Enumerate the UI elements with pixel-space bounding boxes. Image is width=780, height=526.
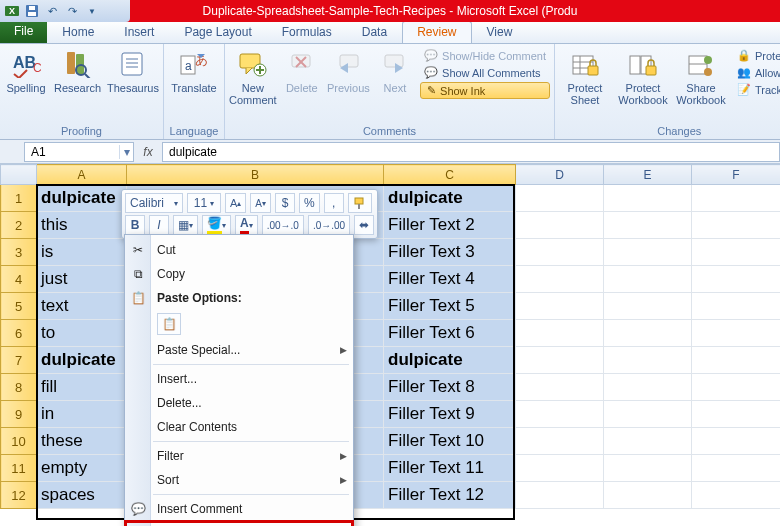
cell[interactable]: fill — [37, 374, 127, 401]
cell[interactable] — [516, 482, 604, 509]
share-workbook-button[interactable]: Share Workbook — [675, 46, 727, 118]
cell[interactable] — [516, 212, 604, 239]
tab-view[interactable]: View — [472, 21, 528, 43]
cell[interactable] — [604, 482, 692, 509]
cm-clear-contents[interactable]: Clear Contents — [125, 415, 353, 439]
mini-bold-button[interactable]: B — [125, 215, 145, 235]
cm-insert-comment[interactable]: 💬Insert Comment — [125, 497, 353, 521]
fx-icon[interactable]: fx — [138, 145, 158, 159]
cell[interactable] — [516, 401, 604, 428]
row-header[interactable]: 3 — [1, 239, 37, 266]
cell[interactable]: Filler Text 5 — [384, 293, 516, 320]
row-header[interactable]: 7 — [1, 347, 37, 374]
row-header[interactable]: 2 — [1, 212, 37, 239]
tab-home[interactable]: Home — [47, 21, 109, 43]
track-changes-button[interactable]: 📝Track Cl — [733, 82, 780, 97]
mini-format-painter-icon[interactable] — [348, 193, 372, 213]
cell[interactable] — [692, 266, 781, 293]
mini-decrease-decimal-button[interactable]: .00→.0 — [262, 215, 304, 235]
tab-insert[interactable]: Insert — [109, 21, 169, 43]
research-button[interactable]: Research — [54, 46, 101, 118]
show-ink-button[interactable]: ✎Show Ink — [420, 82, 550, 99]
cell[interactable]: these — [37, 428, 127, 455]
translate-button[interactable]: aあ Translate — [168, 46, 220, 118]
col-header-b[interactable]: B — [127, 165, 384, 185]
mini-shrink-font-button[interactable]: A▾ — [250, 193, 271, 213]
cell[interactable] — [516, 374, 604, 401]
mini-increase-decimal-button[interactable]: .0→.00 — [308, 215, 350, 235]
redo-icon[interactable]: ↷ — [64, 3, 80, 19]
mini-currency-button[interactable]: $ — [275, 193, 295, 213]
cm-insert[interactable]: Insert... — [125, 367, 353, 391]
cell[interactable]: is — [37, 239, 127, 266]
cell[interactable]: dulpicate — [37, 347, 127, 374]
namebox-dropdown-icon[interactable]: ▾ — [119, 145, 133, 159]
tab-data[interactable]: Data — [347, 21, 402, 43]
mini-percent-button[interactable]: % — [299, 193, 320, 213]
spelling-button[interactable]: ABC Spelling — [4, 46, 48, 118]
cell[interactable] — [516, 347, 604, 374]
mini-border-button[interactable]: ▦▾ — [173, 215, 198, 235]
cell[interactable] — [692, 374, 781, 401]
cell[interactable] — [604, 347, 692, 374]
mini-font-color-button[interactable]: A▾ — [235, 215, 258, 235]
tab-review[interactable]: Review — [402, 21, 471, 43]
cell[interactable] — [692, 347, 781, 374]
row-header[interactable]: 10 — [1, 428, 37, 455]
formula-input[interactable]: dulpicate — [162, 142, 780, 162]
delete-comment-button[interactable]: Delete — [283, 46, 321, 118]
cell[interactable] — [604, 239, 692, 266]
cm-sort[interactable]: Sort▶ — [125, 468, 353, 492]
cell[interactable]: empty — [37, 455, 127, 482]
row-header[interactable]: 11 — [1, 455, 37, 482]
cell[interactable] — [692, 212, 781, 239]
protect-sheet-button[interactable]: Protect Sheet — [559, 46, 611, 118]
mini-font-select[interactable]: Calibri▾ — [125, 193, 183, 213]
previous-comment-button[interactable]: Previous — [327, 46, 370, 118]
cell[interactable]: Filler Text 11 — [384, 455, 516, 482]
row-header[interactable]: 1 — [1, 185, 37, 212]
show-hide-comment-button[interactable]: 💬Show/Hide Comment — [420, 48, 550, 63]
cell[interactable]: spaces — [37, 482, 127, 509]
mini-grow-font-button[interactable]: A▴ — [225, 193, 246, 213]
cell[interactable]: dulpicate — [384, 347, 516, 374]
show-all-comments-button[interactable]: 💬Show All Comments — [420, 65, 550, 80]
cell[interactable] — [604, 374, 692, 401]
save-icon[interactable] — [24, 3, 40, 19]
protect-share-button[interactable]: 🔒Protect — [733, 48, 780, 63]
cell[interactable] — [692, 401, 781, 428]
col-header-d[interactable]: D — [516, 165, 604, 185]
cell[interactable]: to — [37, 320, 127, 347]
new-comment-button[interactable]: New Comment — [229, 46, 277, 118]
cell[interactable]: Filler Text 12 — [384, 482, 516, 509]
cm-cut[interactable]: ✂Cut — [125, 238, 353, 262]
protect-workbook-button[interactable]: Protect Workbook — [617, 46, 669, 118]
cell[interactable] — [692, 293, 781, 320]
cell[interactable] — [604, 455, 692, 482]
col-header-f[interactable]: F — [692, 165, 781, 185]
cell[interactable] — [604, 266, 692, 293]
qat-dropdown-icon[interactable]: ▼ — [84, 3, 100, 19]
cell[interactable] — [692, 428, 781, 455]
cell[interactable]: in — [37, 401, 127, 428]
cell[interactable]: text — [37, 293, 127, 320]
cell[interactable] — [516, 428, 604, 455]
col-header-e[interactable]: E — [604, 165, 692, 185]
cm-copy[interactable]: ⧉Copy — [125, 262, 353, 286]
cm-paste-special[interactable]: Paste Special...▶ — [125, 338, 353, 362]
cell[interactable] — [692, 455, 781, 482]
cell[interactable]: Filler Text 3 — [384, 239, 516, 266]
cell[interactable] — [604, 428, 692, 455]
cell[interactable]: Filler Text 2 — [384, 212, 516, 239]
cell[interactable] — [604, 212, 692, 239]
allow-users-button[interactable]: 👥Allow U — [733, 65, 780, 80]
cell[interactable]: Filler Text 10 — [384, 428, 516, 455]
cell[interactable] — [516, 239, 604, 266]
tab-formulas[interactable]: Formulas — [267, 21, 347, 43]
cell[interactable] — [604, 401, 692, 428]
cell[interactable] — [604, 185, 692, 212]
cell[interactable]: Filler Text 9 — [384, 401, 516, 428]
row-header[interactable]: 5 — [1, 293, 37, 320]
cell[interactable] — [604, 293, 692, 320]
mini-fill-color-button[interactable]: 🪣▾ — [202, 215, 231, 235]
